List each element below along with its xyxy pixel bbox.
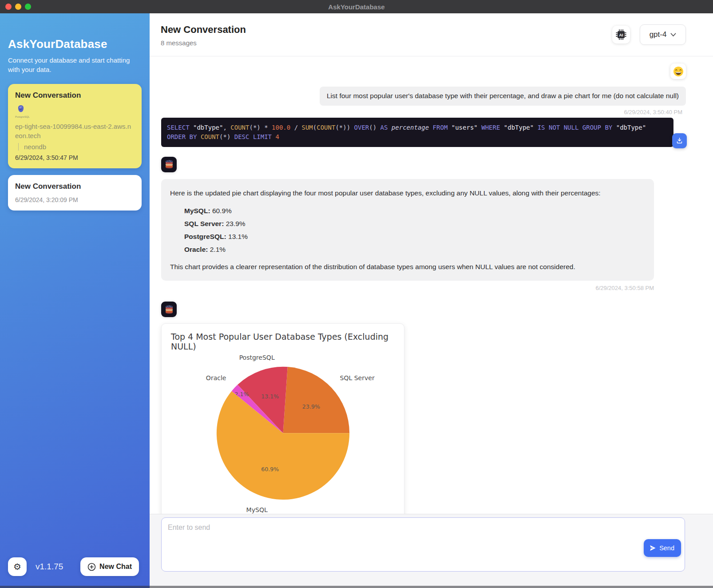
user-message-bubble: List four most popular user's database t… (320, 87, 686, 106)
database-stack-icon (164, 304, 174, 315)
app-title: AskYourDatabase (8, 37, 142, 51)
svg-text:MySQL: MySQL (246, 507, 268, 514)
main-panel: New Conversation 8 messages AI (150, 13, 713, 588)
message-input[interactable] (162, 518, 685, 571)
assistant-message-outro: This chart provides a clearer representa… (170, 262, 645, 272)
connection-host: ep-tight-sea-10099984.us-east-2.aws.neon… (15, 122, 133, 140)
database-name: neondb (18, 143, 135, 151)
download-icon (676, 137, 683, 144)
assistant-message-timestamp: 6/29/2024, 3:50:58 PM (595, 285, 654, 291)
assistant-avatar (161, 302, 177, 317)
conversation-header: New Conversation 8 messages AI (150, 13, 713, 56)
postgresql-icon-caption: PostgreSQL (15, 115, 27, 118)
svg-text:AI: AI (619, 33, 623, 37)
conversation-card[interactable]: New Conversation 6/29/2024, 3:20:09 PM (8, 175, 142, 211)
window-controls (5, 4, 31, 10)
message-list[interactable]: List four most popular user's database t… (150, 56, 713, 514)
conversation-title: New Conversation (15, 91, 135, 100)
pie-chart-card: Top 4 Most Popular User Database Types (… (161, 323, 404, 514)
assistant-chart-message: Top 4 Most Popular User Database Types (… (161, 323, 404, 514)
settings-button[interactable]: ⚙ (8, 557, 27, 576)
user-message-text: List four most popular user's database t… (327, 92, 679, 99)
minimize-window-button[interactable] (15, 4, 21, 10)
conversation-timestamp: 6/29/2024, 3:50:47 PM (15, 154, 135, 161)
model-selector-value: gpt-4 (650, 30, 667, 39)
ai-settings-button[interactable]: AI (612, 26, 630, 44)
sql-code-block: SELECT "dbType", COUNT(*) * 100.0 / SUM(… (161, 118, 673, 147)
pie-chart-title: Top 4 Most Popular User Database Types (… (171, 332, 395, 351)
composer-box: Send (161, 517, 685, 572)
close-window-button[interactable] (5, 4, 12, 10)
user-avatar (670, 64, 686, 79)
app-version: v1.1.75 (36, 562, 63, 572)
conversation-title: New Conversation (15, 182, 135, 191)
svg-text:Oracle: Oracle (206, 374, 226, 381)
app-window: AskYourDatabase AskYourDatabase Connect … (0, 0, 713, 588)
list-item: Oracle: 2.1% (184, 243, 645, 256)
conversation-timestamp: 6/29/2024, 3:20:09 PM (15, 196, 135, 203)
pie-chart-svg: 23.9%SQL Server13.1%PostgreSQL2.1%Oracle… (171, 352, 395, 514)
smiley-emoji-icon (673, 66, 684, 77)
svg-text:PostgreSQL: PostgreSQL (239, 354, 275, 362)
plus-circle-icon (87, 563, 96, 571)
assistant-message: Here is the updated pie chart displaying… (161, 179, 654, 291)
send-button[interactable]: Send (644, 539, 681, 557)
sidebar: AskYourDatabase Connect your database an… (0, 13, 150, 588)
window-bottom-edge (0, 586, 713, 588)
user-message-timestamp: 6/29/2024, 3:50:40 PM (624, 109, 682, 115)
send-button-label: Send (659, 544, 674, 552)
new-chat-label: New Chat (99, 563, 132, 571)
list-item: SQL Server: 23.9% (184, 217, 645, 230)
model-selector[interactable]: gpt-4 (640, 24, 686, 45)
svg-text:13.1%: 13.1% (261, 393, 279, 400)
new-chat-button[interactable]: New Chat (80, 557, 139, 576)
app-subtitle: Connect your database and start chatting… (8, 56, 132, 74)
titlebar: AskYourDatabase (0, 0, 713, 13)
composer-area: Send (150, 514, 713, 588)
conversation-header-title: New Conversation (161, 24, 246, 36)
conversation-card-active[interactable]: New Conversation PostgreSQL ep-tight-sea… (8, 84, 142, 168)
database-percentages-list: MySQL: 60.9% SQL Server: 23.9% PostgreSQ… (184, 204, 645, 256)
assistant-avatar (161, 157, 177, 172)
postgresql-icon: PostgreSQL (15, 104, 27, 118)
message-count: 8 messages (161, 39, 246, 47)
gear-icon: ⚙ (13, 561, 21, 572)
paper-plane-icon (649, 544, 656, 552)
svg-text:23.9%: 23.9% (302, 403, 320, 410)
window-title: AskYourDatabase (328, 3, 384, 11)
assistant-message-intro: Here is the updated pie chart displaying… (170, 188, 645, 198)
database-stack-icon (164, 159, 174, 170)
ai-chip-icon: AI (615, 29, 627, 40)
sql-message: SELECT "dbType", COUNT(*) * 100.0 / SUM(… (161, 118, 673, 147)
assistant-message-bubble: Here is the updated pie chart displaying… (161, 179, 654, 281)
chevron-down-icon (670, 33, 676, 37)
sidebar-bottom-bar: ⚙ v1.1.75 New Chat (8, 557, 139, 576)
zoom-window-button[interactable] (25, 4, 31, 10)
list-item: MySQL: 60.9% (184, 204, 645, 217)
svg-text:SQL Server: SQL Server (340, 374, 375, 381)
download-button[interactable] (672, 133, 687, 148)
svg-text:60.9%: 60.9% (261, 466, 279, 473)
list-item: PostgreSQL: 13.1% (184, 230, 645, 243)
